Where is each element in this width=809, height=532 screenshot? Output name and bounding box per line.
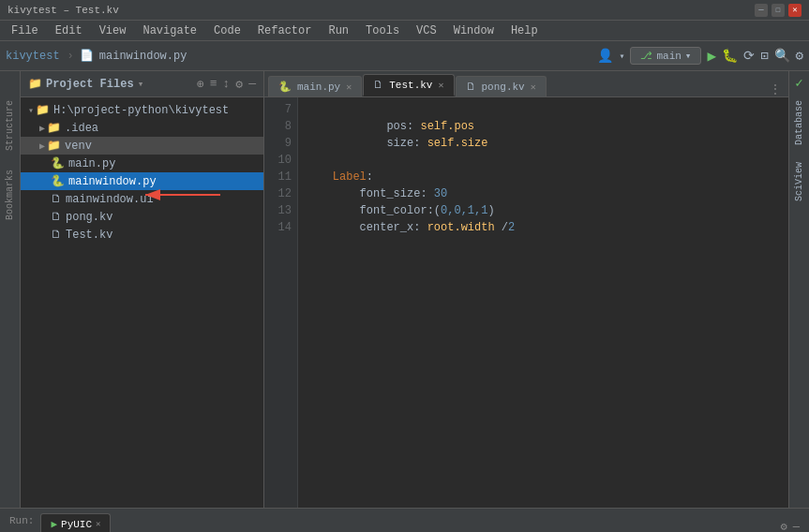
main-layout: Project 📁 Project Files ▾ ⊕ ≡ ↕ ⚙ — ▾ 📁 (0, 71, 809, 508)
run-minimize-icon[interactable]: — (793, 521, 800, 533)
menu-refactor[interactable]: Refactor (250, 22, 320, 39)
sidebar-label-sciview[interactable]: SciView (792, 155, 806, 209)
code-line-13: font_color:(0,0,1,1) (306, 202, 781, 219)
root-arrow: ▾ (28, 105, 34, 116)
line-numbers: 7 8 9 10 11 12 13 14 (264, 97, 298, 508)
bookmarks-label[interactable]: Bookmarks (3, 162, 17, 228)
menu-window[interactable]: Window (446, 22, 502, 39)
code-line-9: size: self.size (306, 135, 781, 152)
tree-item-mainwindowui[interactable]: 🗋 mainwindow.ui (21, 190, 263, 208)
minimize-button[interactable]: — (755, 4, 768, 17)
idea-folder-icon: 📁 (47, 121, 61, 135)
code-line-11: Label: (306, 169, 781, 185)
menu-code[interactable]: Code (206, 22, 248, 39)
mainwindowpy-label: mainwindow.py (68, 175, 157, 188)
branch-icon: ⎇ (640, 50, 652, 62)
editor-area: 🐍 main.py ✕ 🗋 Test.kv ✕ 🗋 pong.kv ✕ ⋮ 7 … (264, 71, 788, 508)
project-files-arrow[interactable]: ▾ (138, 78, 144, 90)
venv-folder-icon: 📁 (47, 139, 61, 153)
root-path: H:\project-python\kivytest (53, 104, 229, 117)
menu-view[interactable]: View (92, 22, 134, 39)
tab-testkv[interactable]: 🗋 Test.kv ✕ (363, 74, 454, 96)
branch-dropdown-icon: ▾ (685, 50, 692, 62)
line-num-8: 8 (270, 118, 292, 135)
collapse-all-icon[interactable]: ≡ (210, 77, 217, 92)
project-name[interactable]: kivytest (6, 50, 60, 63)
menu-help[interactable]: Help (503, 22, 546, 39)
debug-button[interactable]: 🐛 (722, 48, 738, 64)
locate-file-icon[interactable]: ⊕ (197, 77, 204, 92)
testkv-label: Test.kv (66, 229, 112, 242)
code-line-12: font_size: 30 (306, 185, 781, 202)
sort-icon[interactable]: ↕ (223, 77, 231, 92)
tab-mainpy[interactable]: 🐍 main.py ✕ (268, 76, 362, 96)
run-tab-close[interactable]: ✕ (96, 519, 100, 529)
line-num-12: 12 (270, 185, 292, 202)
line-num-10: 10 (270, 152, 292, 169)
bottom-area: Run: ▶ PyUIC ✕ ⚙ — ▶ ↑ ↓ ↩ 🖨 ■ D:\Progra… (0, 508, 809, 532)
user-icon[interactable]: 👤 (597, 48, 613, 64)
run-tab-bar: Run: ▶ PyUIC ✕ ⚙ — (0, 509, 809, 532)
more-tabs-icon[interactable]: ⋮ (766, 82, 785, 96)
mainwindowpy-icon: 🐍 (51, 174, 65, 188)
line-num-11: 11 (270, 169, 292, 185)
toolbar-filename[interactable]: mainwindow.py (99, 50, 187, 63)
run-button[interactable]: ▶ (707, 47, 716, 66)
testkv-icon: 🗋 (51, 228, 62, 242)
pongkv-label: pong.kv (66, 211, 112, 224)
line-num-7: 7 (270, 101, 292, 118)
user-dropdown-icon[interactable]: ▾ (619, 51, 624, 62)
tree-root[interactable]: ▾ 📁 H:\project-python\kivytest (21, 101, 263, 119)
run-settings-icon[interactable]: ⚙ (781, 520, 787, 532)
branch-selector[interactable]: ⎇ main ▾ (630, 47, 701, 65)
pongkv-icon: 🗋 (51, 210, 62, 224)
profile-button[interactable]: ⊡ (760, 48, 768, 64)
menu-run[interactable]: Run (321, 22, 356, 39)
run-label: Run: (4, 508, 39, 532)
testkv-tab-close[interactable]: ✕ (438, 80, 443, 91)
run-tab-pyuic[interactable]: ▶ PyUIC ✕ (40, 513, 111, 532)
settings-button[interactable]: ⚙ (796, 48, 803, 64)
settings-panel-icon[interactable]: ⚙ (235, 77, 243, 92)
title-bar: kivytest – Test.kv — ☐ ✕ (0, 0, 809, 21)
tree-item-idea[interactable]: ▶ 📁 .idea (21, 119, 263, 137)
file-tree: ▾ 📁 H:\project-python\kivytest ▶ 📁 .idea… (21, 97, 263, 508)
run-tabs-right: ⚙ — (775, 520, 805, 532)
window-title: kivytest – Test.kv (7, 5, 119, 16)
close-panel-icon[interactable]: — (248, 77, 256, 92)
pongkv-tab-icon: 🗋 (466, 81, 476, 93)
code-content[interactable]: pos: self.pos size: self.size Label: fon… (298, 97, 788, 508)
structure-label[interactable]: Structure (3, 93, 17, 158)
menu-edit[interactable]: Edit (48, 22, 90, 39)
file-icon: 📄 (80, 49, 94, 63)
coverage-button[interactable]: ⟳ (743, 48, 755, 64)
search-everywhere-button[interactable]: 🔍 (774, 48, 790, 64)
tree-item-testkv[interactable]: 🗋 Test.kv (21, 226, 263, 244)
tree-item-mainwindowpy[interactable]: 🐍 mainwindow.py (21, 172, 263, 190)
pongkv-tab-close[interactable]: ✕ (531, 81, 536, 93)
tree-item-venv[interactable]: ▶ 📁 venv (21, 137, 263, 155)
run-tab-icon: ▶ (51, 518, 57, 530)
structure-bookmarks-strip: Structure Bookmarks (0, 71, 21, 249)
maximize-button[interactable]: ☐ (772, 4, 785, 17)
project-panel-title: 📁 Project Files ▾ (28, 77, 143, 91)
pongkv-tab-label: pong.kv (482, 81, 525, 93)
menu-vcs[interactable]: VCS (409, 22, 444, 39)
tree-item-pongkv[interactable]: 🗋 pong.kv (21, 208, 263, 226)
idea-label: .idea (65, 122, 98, 135)
menu-file[interactable]: File (4, 22, 46, 39)
git-check-icon[interactable]: ✓ (795, 75, 802, 91)
tree-item-mainpy[interactable]: 🐍 main.py (21, 155, 263, 172)
tab-pongkv[interactable]: 🗋 pong.kv ✕ (456, 76, 547, 96)
run-tab-label: PyUIC (61, 519, 92, 530)
close-button[interactable]: ✕ (788, 4, 802, 17)
menu-tools[interactable]: Tools (358, 22, 407, 39)
mainpy-tab-close[interactable]: ✕ (346, 81, 352, 93)
line-num-9: 9 (270, 135, 292, 152)
sidebar-label-database[interactable]: Database (792, 93, 806, 153)
menu-navigate[interactable]: Navigate (135, 22, 204, 39)
code-line-8: pos: self.pos (306, 118, 781, 135)
code-editor: 7 8 9 10 11 12 13 14 pos: self.pos size:… (264, 97, 788, 508)
mainpy-label: main.py (68, 157, 115, 170)
branch-name: main (656, 51, 681, 62)
